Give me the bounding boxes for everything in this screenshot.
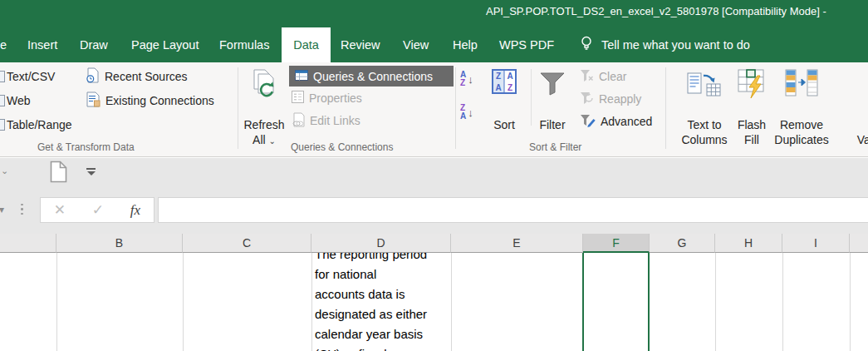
tab-home-partial[interactable]: e <box>0 27 7 62</box>
advanced-filter-icon <box>580 114 596 130</box>
sort-za-descending-icon: ZA ↓ <box>460 104 473 121</box>
svg-text:A: A <box>495 83 501 92</box>
qat-customize-icon[interactable] <box>86 168 96 176</box>
filter-button[interactable]: Filter <box>534 66 571 139</box>
column-header-h[interactable]: H <box>715 234 782 253</box>
reapply-filter-button[interactable]: Reapply <box>580 91 641 107</box>
data-validation-icon <box>849 69 868 99</box>
queries-connections-icon <box>295 70 308 83</box>
inner-separator <box>531 69 532 126</box>
sort-descending-button[interactable]: ZA ↓ <box>460 101 473 123</box>
tab-review[interactable]: Review <box>341 27 380 62</box>
group-label-sort-filter: Sort & Filter <box>529 141 581 153</box>
selected-column-left-border <box>582 253 584 351</box>
existing-connections-button[interactable]: Existing Connections <box>86 92 214 109</box>
chevron-down-icon: ⌄ <box>269 136 276 146</box>
recent-sources-icon <box>86 67 100 86</box>
tell-me-box[interactable]: Tell me what you want to do <box>601 27 750 62</box>
sort-az-ascending-icon: AZ ↓ <box>460 71 473 87</box>
enter-icon[interactable]: ✓ <box>92 201 104 219</box>
column-header-d[interactable]: D <box>311 234 451 253</box>
tab-view[interactable]: View <box>403 27 429 62</box>
group-separator <box>455 67 456 149</box>
properties-icon <box>292 91 304 106</box>
column-header-b[interactable]: B <box>56 234 183 253</box>
gridline <box>311 253 312 351</box>
queries-connections-button[interactable]: Queries & Connections <box>289 66 454 87</box>
tab-data[interactable]: Data <box>282 27 331 62</box>
edit-links-icon <box>292 112 305 130</box>
group-separator <box>238 67 238 149</box>
filter-funnel-icon <box>534 72 571 96</box>
flash-fill-button[interactable]: Flash Fill <box>733 66 771 139</box>
gridline <box>850 253 851 351</box>
insert-function-icon[interactable]: fx <box>130 202 140 219</box>
formula-input[interactable] <box>158 197 868 223</box>
refresh-all-button[interactable]: Refresh All ⌄ <box>243 66 286 139</box>
remove-duplicates-icon <box>769 69 834 97</box>
cancel-icon[interactable]: ✕ <box>54 201 66 219</box>
column-header-c[interactable]: C <box>183 234 311 253</box>
qat-dropdown-chevron-icon[interactable]: ⌄ <box>1 166 8 176</box>
gridline <box>56 253 57 351</box>
flash-fill-icon <box>733 69 771 99</box>
column-header-g[interactable]: G <box>650 234 715 253</box>
from-text-csv-button[interactable]: Text/CSV <box>0 68 55 85</box>
sort-button[interactable]: ZAAZ Sort <box>484 66 524 139</box>
ribbon: Text/CSV Web Table/Range Recent Sources … <box>0 62 868 157</box>
tab-wps-pdf[interactable]: WPS PDF <box>499 27 554 62</box>
svg-text:A: A <box>507 72 512 81</box>
existing-connections-icon <box>86 91 101 110</box>
group-label-get-transform: Get & Transform Data <box>37 141 135 153</box>
from-text-csv-icon <box>0 71 5 82</box>
tab-help[interactable]: Help <box>453 27 478 62</box>
gridline <box>715 253 716 351</box>
properties-button[interactable]: Properties <box>292 90 362 106</box>
tab-formulas[interactable]: Formulas <box>219 27 269 62</box>
edit-links-button[interactable]: Edit Links <box>292 112 360 129</box>
cell-d-wrapped-text[interactable]: The reporting period for national accoun… <box>315 253 456 351</box>
column-header-e[interactable]: E <box>451 234 583 253</box>
toolbar-formula-band: ⌄ ▾ ✕ ✓ fx <box>0 158 868 234</box>
from-table-range-button[interactable]: Table/Range <box>0 116 72 133</box>
from-table-range-icon <box>0 119 5 131</box>
group-label-queries-connections: Queries & Connections <box>291 141 393 153</box>
column-header-a-partial[interactable] <box>0 234 56 253</box>
gridline <box>782 253 783 351</box>
column-header-i[interactable]: I <box>782 234 850 253</box>
selected-column-right-border <box>648 253 650 351</box>
sort-ascending-button[interactable]: AZ ↓ <box>460 68 473 90</box>
spreadsheet-grid[interactable]: The reporting period for national accoun… <box>0 253 868 351</box>
column-header-f-selected[interactable]: F <box>583 234 650 253</box>
remove-duplicates-button[interactable]: Remove Duplicates <box>769 66 834 139</box>
tab-insert[interactable]: Insert <box>27 27 57 62</box>
group-separator <box>665 67 666 149</box>
ribbon-tab-row: e Insert Draw Page Layout Formulas Data … <box>0 23 868 62</box>
clear-filter-button[interactable]: Clear <box>580 68 626 85</box>
from-web-icon <box>0 95 5 106</box>
recent-sources-button[interactable]: Recent Sources <box>86 68 188 85</box>
formula-bar-drag-dots[interactable] <box>21 202 23 216</box>
data-validation-button[interactable]: Data Validation <box>849 66 868 139</box>
gridline <box>183 253 184 351</box>
from-web-button[interactable]: Web <box>0 92 31 109</box>
clear-filter-icon <box>580 69 594 85</box>
svg-text:Z: Z <box>508 83 512 92</box>
tab-page-layout[interactable]: Page Layout <box>131 27 199 62</box>
lightbulb-icon <box>580 36 593 54</box>
text-to-columns-icon <box>679 69 729 101</box>
window-title: API_SP.POP.TOTL_DS2_en_excel_v2_5801978 … <box>486 5 826 17</box>
sort-dialog-icon: ZAAZ <box>484 69 524 94</box>
new-document-icon[interactable] <box>50 161 67 186</box>
excel-window: API_SP.POP.TOTL_DS2_en_excel_v2_5801978 … <box>0 0 868 351</box>
tab-draw[interactable]: Draw <box>80 27 108 62</box>
title-bar: API_SP.POP.TOTL_DS2_en_excel_v2_5801978 … <box>0 0 868 23</box>
name-box-chevron-icon[interactable]: ▾ <box>0 204 4 215</box>
advanced-filter-button[interactable]: Advanced <box>580 113 652 130</box>
reapply-filter-icon <box>580 91 594 107</box>
column-header-j-partial[interactable] <box>850 234 868 253</box>
column-header-row: B C D E F G H I <box>0 234 868 253</box>
refresh-all-icon <box>243 69 286 99</box>
formula-buttons-box: ✕ ✓ fx <box>40 197 154 223</box>
text-to-columns-button[interactable]: Text to Columns <box>679 66 729 139</box>
